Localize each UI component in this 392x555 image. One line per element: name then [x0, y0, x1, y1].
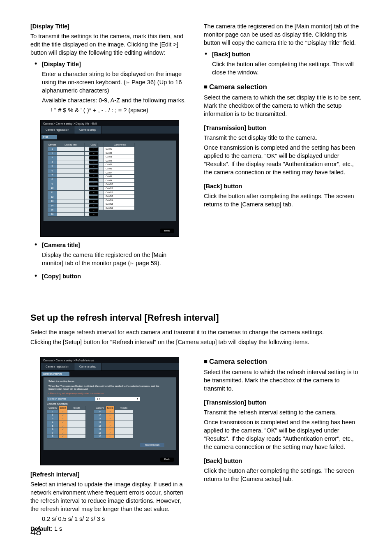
camera-title-cell: CAM8: [104, 175, 135, 179]
table-row-camera-num: 10: [94, 414, 106, 417]
select-checkbox[interactable]: [106, 424, 115, 428]
arrow-icon: [99, 147, 104, 151]
tab-camera-registration[interactable]: Camera registration: [41, 363, 74, 370]
copy-row-button[interactable]: ←: [89, 152, 98, 156]
refresh-interval-select[interactable]: 1 s▾: [95, 397, 140, 401]
edit-handle-icon[interactable]: ≡: [85, 169, 89, 173]
select-checkbox[interactable]: [59, 431, 67, 435]
edit-handle-icon[interactable]: ≡: [85, 173, 89, 178]
display-title-input[interactable]: [57, 152, 85, 156]
copy-row-button[interactable]: ←: [89, 169, 98, 173]
display-title-input[interactable]: [57, 182, 85, 187]
display-title-input[interactable]: [57, 208, 85, 213]
display-title-input[interactable]: [57, 191, 85, 195]
refresh-interval-title: Set up the refresh interval [Refresh int…: [30, 312, 362, 324]
display-title-input[interactable]: [57, 173, 85, 178]
display-title-intro: To transmit the settings to the camera, …: [30, 32, 188, 57]
select-checkbox[interactable]: [59, 435, 67, 439]
display-title-input[interactable]: [57, 164, 85, 169]
edit-handle-icon[interactable]: ≡: [85, 152, 89, 156]
edit-handle-icon[interactable]: ≡: [85, 191, 89, 195]
display-title-input[interactable]: [57, 178, 85, 182]
arrow-icon: [99, 163, 104, 167]
refresh-interval-section: Set up the refresh interval [Refresh int…: [30, 312, 362, 534]
select-checkbox[interactable]: [106, 414, 115, 417]
copy-row-button[interactable]: ←: [89, 182, 98, 187]
col-header-results: Results: [67, 406, 86, 410]
display-title-input[interactable]: [57, 204, 85, 208]
transmission-button-head2: [Transmission] button: [204, 398, 362, 407]
copy-row-button[interactable]: ←: [89, 208, 98, 213]
copy-row-button[interactable]: ←: [89, 173, 98, 178]
refresh-interval-head: [Refresh interval]: [30, 470, 188, 479]
edit-handle-icon[interactable]: ≡: [85, 178, 89, 182]
table-row-camera-num: 12: [94, 421, 106, 425]
display-title-input[interactable]: [57, 169, 85, 173]
results-cell: [115, 424, 133, 428]
col-header-select[interactable]: Select: [106, 406, 115, 410]
table-row-camera-num: 16: [94, 435, 106, 439]
results-cell: [67, 410, 86, 414]
bullet-dot-icon: •: [35, 241, 42, 269]
edit-handle-icon[interactable]: ≡: [85, 160, 89, 165]
copy-row-button[interactable]: ←: [89, 195, 98, 200]
camera-title-cell: CAM4: [104, 159, 135, 163]
copy-row-button[interactable]: ←: [89, 156, 98, 160]
select-checkbox[interactable]: [59, 417, 67, 421]
copy-row-button[interactable]: ←: [89, 213, 98, 217]
results-cell: [115, 435, 133, 439]
copy-row-button[interactable]: ←: [89, 147, 98, 152]
transmission-button2-l2: Once transmission is completed and the s…: [204, 418, 362, 451]
edit-handle-icon[interactable]: ≡: [85, 199, 89, 204]
select-checkbox[interactable]: [59, 428, 67, 432]
select-checkbox[interactable]: [59, 414, 67, 417]
camera-title-cell: CAM12: [104, 191, 135, 195]
display-title-input[interactable]: [57, 147, 85, 152]
transmission-button[interactable]: Transmission: [140, 443, 164, 447]
back-button[interactable]: Back: [160, 458, 174, 462]
copy-row-button[interactable]: ←: [89, 186, 98, 191]
edit-handle-icon[interactable]: ≡: [85, 186, 89, 191]
edit-display-title-screenshot: Camera > Camera setup > Display title > …: [40, 120, 179, 237]
display-title-input[interactable]: [57, 186, 85, 191]
select-checkbox[interactable]: [59, 421, 67, 425]
edit-handle-icon[interactable]: ≡: [85, 213, 89, 217]
table-row-camera-num: 9: [94, 410, 106, 414]
copy-row-button[interactable]: ←: [89, 204, 98, 208]
edit-handle-icon[interactable]: ≡: [85, 204, 89, 208]
tab-camera-setup[interactable]: Camera setup: [74, 363, 101, 370]
select-checkbox[interactable]: [106, 410, 115, 414]
copy-row-button[interactable]: ←: [89, 199, 98, 204]
edit-handle-icon[interactable]: ≡: [85, 147, 89, 152]
edit-handle-icon[interactable]: ≡: [85, 182, 89, 187]
tab-camera-registration[interactable]: Camera registration: [41, 126, 74, 134]
col-header-select[interactable]: Select: [59, 406, 67, 410]
edit-handle-icon[interactable]: ≡: [85, 208, 89, 213]
edit-handle-icon[interactable]: ≡: [85, 156, 89, 160]
arrow-icon: [99, 183, 104, 187]
select-checkbox[interactable]: [59, 424, 67, 428]
select-checkbox[interactable]: [59, 410, 67, 414]
display-title-input[interactable]: [57, 160, 85, 165]
refresh-interval-field-label: Refresh interval: [47, 397, 95, 401]
select-checkbox[interactable]: [106, 428, 115, 432]
copy-row-button[interactable]: ←: [89, 191, 98, 195]
display-title-input[interactable]: [57, 195, 85, 200]
col-header-camera: Camera: [47, 406, 59, 410]
tab-camera-setup[interactable]: Camera setup: [74, 126, 101, 134]
copy-row-button[interactable]: ←: [89, 160, 98, 165]
select-checkbox[interactable]: [106, 417, 115, 421]
display-title-input[interactable]: [57, 156, 85, 160]
back-button[interactable]: Back: [160, 229, 174, 233]
select-checkbox[interactable]: [106, 431, 115, 435]
section-refresh-label: Refresh interval: [42, 372, 69, 377]
edit-handle-icon[interactable]: ≡: [85, 164, 89, 169]
display-title-input[interactable]: [57, 199, 85, 204]
table-row-camera-num: 15: [48, 208, 57, 213]
copy-row-button[interactable]: ←: [89, 178, 98, 182]
select-checkbox[interactable]: [106, 421, 115, 425]
display-title-input[interactable]: [57, 213, 85, 217]
copy-row-button[interactable]: ←: [89, 164, 98, 169]
select-checkbox[interactable]: [106, 435, 115, 439]
edit-handle-icon[interactable]: ≡: [85, 195, 89, 200]
